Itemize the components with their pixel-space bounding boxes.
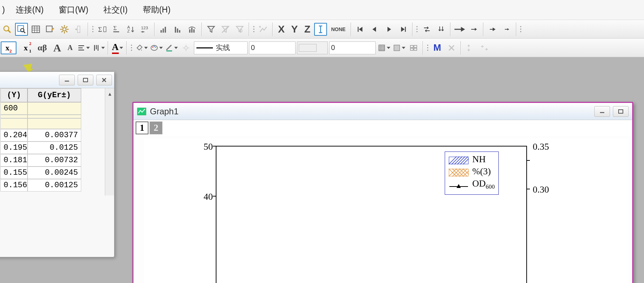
font-color-dropdown[interactable]: A bbox=[111, 41, 124, 54]
menu-help[interactable]: 帮助(H) bbox=[141, 2, 173, 18]
layout-grid-icon[interactable] bbox=[407, 41, 420, 54]
swap-down-icon[interactable] bbox=[435, 23, 448, 36]
set-y-button[interactable]: Y bbox=[289, 23, 301, 36]
layer-tab-2[interactable]: 2 bbox=[150, 121, 162, 134]
add-column-icon[interactable] bbox=[72, 23, 85, 36]
line-style-combo[interactable]: 实线 bbox=[194, 41, 248, 54]
graph-titlebar[interactable]: Graph1 bbox=[133, 103, 632, 120]
filter-off-icon[interactable] bbox=[219, 23, 232, 36]
supsubscript-button[interactable]: x21 bbox=[18, 41, 34, 54]
cell[interactable] bbox=[0, 115, 28, 118]
legend-item-pct3[interactable]: %(3) bbox=[449, 165, 495, 178]
swap-xy-icon[interactable] bbox=[420, 23, 433, 36]
cell-label[interactable]: 600 bbox=[0, 102, 28, 115]
nav-first-icon[interactable] bbox=[354, 23, 367, 36]
arrow-right-big-icon[interactable] bbox=[453, 23, 466, 36]
legend-item-od600[interactable]: OD600 bbox=[449, 178, 495, 193]
gradient-dropdown[interactable] bbox=[392, 41, 406, 54]
arrow-right-med-icon[interactable] bbox=[468, 23, 480, 36]
maximize-button[interactable] bbox=[78, 75, 93, 85]
arrow-right-small-icon[interactable] bbox=[501, 23, 513, 36]
light-icon[interactable] bbox=[180, 41, 192, 54]
set-x-button[interactable]: X bbox=[275, 23, 287, 36]
cell[interactable]: 0.155 bbox=[0, 167, 28, 179]
zoom-tool-icon[interactable] bbox=[1, 23, 14, 36]
grip-icon[interactable] bbox=[426, 41, 429, 55]
worksheet-window[interactable]: (Y) G(yEr±) 600 0.204 0.00377 0.195 0.01… bbox=[0, 71, 114, 257]
grip-icon[interactable] bbox=[252, 22, 255, 36]
size-combo[interactable]: 0 bbox=[329, 41, 376, 54]
bars-up-icon[interactable] bbox=[157, 23, 170, 36]
scroll-up-icon[interactable]: ▴ bbox=[108, 90, 111, 195]
sigma-stats-icon[interactable]: Σ bbox=[96, 23, 109, 36]
plot-area[interactable]: 50 40 0.35 0.30 NH bbox=[144, 139, 629, 283]
bars-down-icon[interactable] bbox=[172, 23, 185, 36]
line-width-combo[interactable]: 0 bbox=[249, 41, 296, 54]
font-decrease-button[interactable]: A bbox=[65, 41, 75, 54]
menu-connect[interactable]: 连接(N) bbox=[14, 2, 46, 18]
col-header-g[interactable]: G(yEr±) bbox=[28, 88, 81, 102]
minimize-button[interactable] bbox=[59, 75, 75, 85]
sigma-col-icon[interactable]: Σ bbox=[110, 23, 123, 36]
fill-bucket-dropdown[interactable] bbox=[135, 41, 148, 54]
cell[interactable] bbox=[28, 118, 81, 129]
nav-next-icon[interactable] bbox=[382, 23, 395, 36]
cell[interactable] bbox=[28, 102, 81, 115]
worksheet-grid[interactable]: (Y) G(yEr±) 600 0.204 0.00377 0.195 0.01… bbox=[0, 88, 81, 192]
cell[interactable] bbox=[28, 115, 81, 118]
sort-icon[interactable]: AZ bbox=[125, 23, 137, 36]
menu-window[interactable]: 窗口(W) bbox=[57, 2, 91, 18]
subscript-button[interactable]: x2 bbox=[1, 41, 16, 54]
greek-button[interactable]: αβ bbox=[35, 41, 49, 54]
set-z-button[interactable]: Z bbox=[302, 23, 313, 36]
zoom-region-icon[interactable] bbox=[15, 23, 28, 36]
filter-reapply-icon[interactable] bbox=[233, 23, 246, 36]
mask-m-button[interactable]: M bbox=[431, 41, 444, 54]
add-plot-icon[interactable] bbox=[257, 23, 270, 36]
settings-gear-icon[interactable] bbox=[58, 23, 71, 36]
cell[interactable]: 0.00732 bbox=[28, 154, 81, 167]
close-button[interactable] bbox=[96, 75, 112, 85]
worksheet-titlebar[interactable] bbox=[0, 72, 114, 88]
mask-x-icon[interactable] bbox=[445, 41, 458, 54]
expand-vert-icon[interactable] bbox=[464, 41, 477, 54]
cell[interactable]: 0.00377 bbox=[28, 129, 81, 142]
nav-prev-icon[interactable] bbox=[368, 23, 381, 36]
align-dropdown[interactable] bbox=[77, 41, 90, 54]
cell[interactable]: 0.156 bbox=[0, 179, 28, 192]
grip-icon[interactable] bbox=[130, 41, 133, 55]
line-color-dropdown[interactable] bbox=[165, 41, 178, 54]
graph-maximize-button[interactable] bbox=[613, 106, 629, 117]
cell[interactable]: 0.195 bbox=[0, 142, 28, 154]
cell[interactable] bbox=[0, 118, 28, 129]
graph-window[interactable]: Graph1 1 2 50 40 0.35 0.30 bbox=[132, 102, 633, 283]
worksheet-icon[interactable] bbox=[29, 23, 42, 36]
vertical-align-dropdown[interactable] bbox=[92, 41, 105, 54]
arrow-play-icon[interactable] bbox=[486, 23, 499, 36]
grip-icon[interactable] bbox=[519, 22, 523, 36]
bars-curve-icon[interactable] bbox=[186, 23, 199, 36]
number-format-icon[interactable]: 123 bbox=[139, 23, 152, 36]
grip-icon[interactable] bbox=[91, 22, 94, 36]
cell[interactable]: 0.181 bbox=[0, 154, 28, 167]
pattern-dropdown[interactable] bbox=[377, 41, 391, 54]
edit-sheet-icon[interactable] bbox=[44, 23, 57, 36]
filter-icon[interactable] bbox=[205, 23, 218, 36]
cell[interactable]: 0.0125 bbox=[28, 142, 81, 154]
cell[interactable]: 0.204 bbox=[0, 129, 28, 142]
font-increase-button[interactable]: A bbox=[51, 41, 64, 54]
color-swatch-combo[interactable] bbox=[297, 41, 328, 54]
cell[interactable]: 0.00245 bbox=[28, 167, 81, 179]
set-none-button[interactable]: NONE bbox=[328, 23, 348, 36]
set-label-icon[interactable] bbox=[314, 23, 327, 36]
cell[interactable]: 0.00125 bbox=[28, 179, 81, 192]
col-header-y[interactable]: (Y) bbox=[0, 88, 28, 102]
menu-social[interactable]: 社交(I) bbox=[101, 2, 130, 18]
legend-item-nh[interactable]: NH bbox=[449, 153, 495, 165]
grip-icon[interactable] bbox=[415, 22, 419, 36]
graph-minimize-button[interactable] bbox=[594, 106, 610, 117]
expand-horiz-icon[interactable] bbox=[478, 41, 491, 54]
layer-tab-1[interactable]: 1 bbox=[136, 121, 148, 134]
legend[interactable]: NH %(3) OD600 bbox=[445, 152, 499, 195]
worksheet-scrollbar[interactable]: ▴ bbox=[105, 88, 114, 195]
